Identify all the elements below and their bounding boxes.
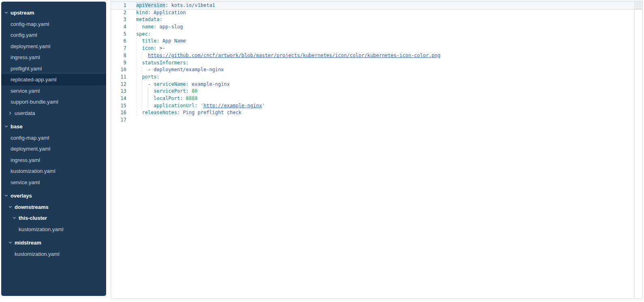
code-line-text: name: app-slug xyxy=(128,23,642,31)
scrollbar-thumb[interactable] xyxy=(635,1,642,9)
indent-guide xyxy=(136,88,136,95)
code-line-text: applicationUrl: 'http://example-nginx' xyxy=(128,102,642,110)
code-line: 14 localPort: 8888 xyxy=(111,95,642,102)
code-line-text: servicePort: 80 xyxy=(128,88,642,95)
code-line-text: statusInformers: xyxy=(128,60,642,67)
indent-guide xyxy=(142,81,142,88)
tree-file-deployment-yaml[interactable]: deployment.yaml xyxy=(1,41,106,52)
indent-guide xyxy=(136,38,136,45)
indent-guide xyxy=(148,88,148,95)
indent-guide xyxy=(142,88,142,95)
tree-file-service-yaml[interactable]: service.yaml xyxy=(1,85,106,97)
tree-file-replicated-app-yaml[interactable]: replicated-app.yaml xyxy=(1,74,106,85)
tree-item-label: service.yaml xyxy=(11,88,40,94)
tree-item-label: config.yaml xyxy=(11,32,37,38)
code-lines: 1apiVersion: kots.io/v1beta12kind: Appli… xyxy=(111,2,642,124)
tree-item-label: overlays xyxy=(11,193,32,199)
indent-guide xyxy=(136,66,136,74)
line-number: 14 xyxy=(111,95,128,102)
tree-item-label: deployment.yaml xyxy=(11,146,50,152)
line-number: 15 xyxy=(111,102,128,110)
tree-file-deployment-yaml[interactable]: deployment.yaml xyxy=(1,143,106,155)
code-line-text: apiVersion: kots.io/v1beta1 xyxy=(128,2,642,9)
chevron-down-icon xyxy=(13,216,16,220)
code-line-text: metadata: xyxy=(128,16,642,23)
chevron-down-icon xyxy=(9,241,12,245)
tree-item-label: kustomization.yaml xyxy=(15,251,60,257)
tree-file-ingress-yaml[interactable]: ingress.yaml xyxy=(1,52,106,63)
indent-guide xyxy=(142,102,142,110)
code-line-text: localPort: 8888 xyxy=(128,95,642,102)
chevron-down-icon xyxy=(4,125,8,128)
indent-guide xyxy=(136,45,136,52)
tree-file-service-yaml[interactable]: service.yaml xyxy=(1,177,106,188)
code-line: 2kind: Application xyxy=(111,9,642,17)
tree-item-label: preflight.yaml xyxy=(11,66,42,72)
tree-item-label: ingress.yaml xyxy=(11,54,40,60)
tree-item-label: config-map.yaml xyxy=(11,21,49,27)
code-line: 5spec: xyxy=(111,31,642,38)
tree-folder-upstream[interactable]: upstream xyxy=(1,7,106,19)
chevron-down-icon xyxy=(4,194,8,198)
code-line: 16 releaseNotes: Ping preflight check xyxy=(111,109,642,117)
tree-file-ingress-yaml[interactable]: ingress.yaml xyxy=(1,155,106,166)
file-tree-sidebar: upstreamconfig-map.yamlconfig.yamldeploy… xyxy=(1,2,106,296)
line-number: 6 xyxy=(111,38,128,45)
code-line: 4 name: app-slug xyxy=(111,23,642,31)
code-line: 11 ports: xyxy=(111,74,642,81)
vertical-scrollbar[interactable] xyxy=(634,1,642,298)
tree-file-kustomization-yaml[interactable]: kustomization.yaml xyxy=(1,224,106,235)
line-number: 12 xyxy=(111,81,128,88)
tree-item-label: ingress.yaml xyxy=(11,157,40,163)
tree-file-kustomization-yaml[interactable]: kustomization.yaml xyxy=(1,249,106,260)
indent-guide xyxy=(142,95,142,102)
code-line-text: spec: xyxy=(128,31,642,38)
indent-guide xyxy=(136,74,136,81)
tree-file-config-yaml[interactable]: config.yaml xyxy=(1,30,106,41)
tree-folder-midstream[interactable]: midstream xyxy=(1,237,106,249)
yaml-editor[interactable]: 1apiVersion: kots.io/v1beta12kind: Appli… xyxy=(111,1,643,299)
indent-guide xyxy=(136,52,136,60)
indent-guide xyxy=(136,81,136,88)
line-number: 1 xyxy=(111,2,128,9)
tree-file-support-bundle-yaml[interactable]: support-bundle.yaml xyxy=(1,96,106,108)
code-line: 12 - serviceName: example-nginx xyxy=(111,81,642,88)
code-line: 10 - deployment/example-nginx xyxy=(111,66,642,74)
code-line-text: releaseNotes: Ping preflight check xyxy=(128,109,642,117)
code-line-text: https://github.com/cncf/artwork/blob/mas… xyxy=(128,52,642,60)
line-number: 11 xyxy=(111,74,128,81)
selected-word-highlight: apiVersion xyxy=(136,2,165,8)
tree-item-label: this-cluster xyxy=(19,215,47,221)
tree-item-label: deployment.yaml xyxy=(11,43,50,49)
code-line-text: icon: >- xyxy=(128,45,642,52)
indent-guide xyxy=(136,23,136,31)
tree-item-label: replicated-app.yaml xyxy=(11,77,56,83)
tree-folder-overlays[interactable]: overlays xyxy=(1,190,106,202)
line-number: 13 xyxy=(111,88,128,95)
tree-item-label: upstream xyxy=(11,10,34,16)
tree-file-kustomization-yaml[interactable]: kustomization.yaml xyxy=(1,166,106,177)
tree-folder-downstreams[interactable]: downstreams xyxy=(1,202,106,213)
tree-file-preflight-yaml[interactable]: preflight.yaml xyxy=(1,63,106,74)
line-number: 8 xyxy=(111,52,128,60)
chevron-down-icon xyxy=(4,11,8,15)
indent-guide xyxy=(136,109,136,117)
indent-guide xyxy=(136,60,136,67)
tree-file-config-map-yaml[interactable]: config-map.yaml xyxy=(1,19,106,30)
tree-folder-base[interactable]: base xyxy=(1,121,106,132)
chevron-down-icon xyxy=(9,205,12,209)
line-number: 9 xyxy=(111,60,128,67)
tree-folder-this-cluster[interactable]: this-cluster xyxy=(1,213,106,224)
code-line: 7 icon: >- xyxy=(111,45,642,52)
tree-folder-userdata[interactable]: userdata xyxy=(1,108,106,119)
code-line: 6 title: App Name xyxy=(111,38,642,45)
indent-guide xyxy=(142,66,142,74)
code-line: 15 applicationUrl: 'http://example-nginx… xyxy=(111,102,642,110)
indent-guide xyxy=(148,102,148,110)
file-tree: upstreamconfig-map.yamlconfig.yamldeploy… xyxy=(1,7,106,259)
code-line-text: kind: Application xyxy=(128,9,642,17)
indent-guide xyxy=(136,102,136,110)
chevron-right-icon xyxy=(9,111,12,115)
tree-file-config-map-yaml[interactable]: config-map.yaml xyxy=(1,132,106,144)
indent-guide xyxy=(142,52,142,60)
